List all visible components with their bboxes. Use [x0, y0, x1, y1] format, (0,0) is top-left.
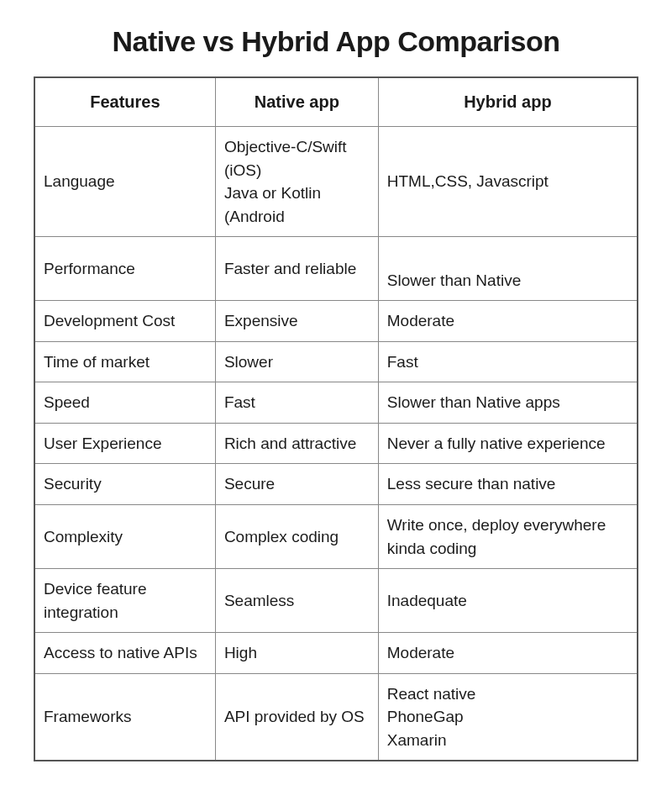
cell-hybrid: Slower than Native — [378, 237, 638, 301]
cell-feature: Security — [34, 464, 215, 505]
cell-feature: Complexity — [34, 505, 215, 569]
cell-native: Faster and reliable — [215, 237, 378, 301]
cell-native: Fast — [215, 382, 378, 424]
cell-hybrid: HTML,CSS, Javascript — [378, 127, 638, 237]
cell-feature: Language — [34, 127, 215, 237]
cell-native: High — [215, 633, 378, 674]
cell-native: Objective-C/Swift (iOS) Java or Kotlin (… — [215, 127, 378, 237]
cell-feature: Speed — [34, 382, 215, 424]
table-header-row: Features Native app Hybrid app — [34, 77, 638, 127]
table-row: Device feature integrationSeamlessInadeq… — [34, 569, 638, 633]
cell-feature: Time of market — [34, 341, 215, 382]
table-row: Development CostExpensiveModerate — [34, 301, 638, 342]
table-row: Time of marketSlowerFast — [34, 341, 638, 382]
cell-hybrid: React native PhoneGap Xamarin — [378, 673, 638, 761]
cell-native: Rich and attractive — [215, 423, 378, 464]
cell-native: Seamless — [215, 569, 378, 633]
cell-hybrid: Moderate — [378, 301, 638, 342]
table-row: ComplexityComplex codingWrite once, depl… — [34, 505, 638, 569]
cell-feature: Device feature integration — [34, 569, 215, 633]
comparison-table: Features Native app Hybrid app LanguageO… — [34, 76, 638, 761]
table-row: Access to native APIsHighModerate — [34, 633, 638, 674]
cell-native: Slower — [215, 341, 378, 382]
table-row: SpeedFastSlower than Native apps — [34, 382, 638, 424]
cell-feature: User Experience — [34, 423, 215, 464]
page-title: Native vs Hybrid App Comparison — [34, 25, 638, 58]
cell-hybrid: Moderate — [378, 633, 638, 674]
table-row: SecuritySecureLess secure than native — [34, 464, 638, 505]
cell-feature: Access to native APIs — [34, 633, 215, 674]
cell-native: Expensive — [215, 301, 378, 342]
table-row: FrameworksAPI provided by OSReact native… — [34, 673, 638, 761]
cell-hybrid: Less secure than native — [378, 464, 638, 505]
table-row: User ExperienceRich and attractiveNever … — [34, 423, 638, 464]
cell-feature: Development Cost — [34, 301, 215, 342]
cell-native: Complex coding — [215, 505, 378, 569]
cell-feature: Performance — [34, 237, 215, 301]
header-features: Features — [34, 77, 215, 127]
cell-native: Secure — [215, 464, 378, 505]
cell-hybrid: Fast — [378, 341, 638, 382]
cell-native: API provided by OS — [215, 673, 378, 761]
header-hybrid: Hybrid app — [378, 77, 638, 127]
table-row: PerformanceFaster and reliable Slower th… — [34, 237, 638, 301]
cell-hybrid: Slower than Native apps — [378, 382, 638, 424]
header-native: Native app — [215, 77, 378, 127]
cell-hybrid: Write once, deploy everywhere kinda codi… — [378, 505, 638, 569]
cell-hybrid: Inadequate — [378, 569, 638, 633]
table-row: LanguageObjective-C/Swift (iOS) Java or … — [34, 127, 638, 237]
cell-hybrid: Never a fully native experience — [378, 423, 638, 464]
cell-feature: Frameworks — [34, 673, 215, 761]
